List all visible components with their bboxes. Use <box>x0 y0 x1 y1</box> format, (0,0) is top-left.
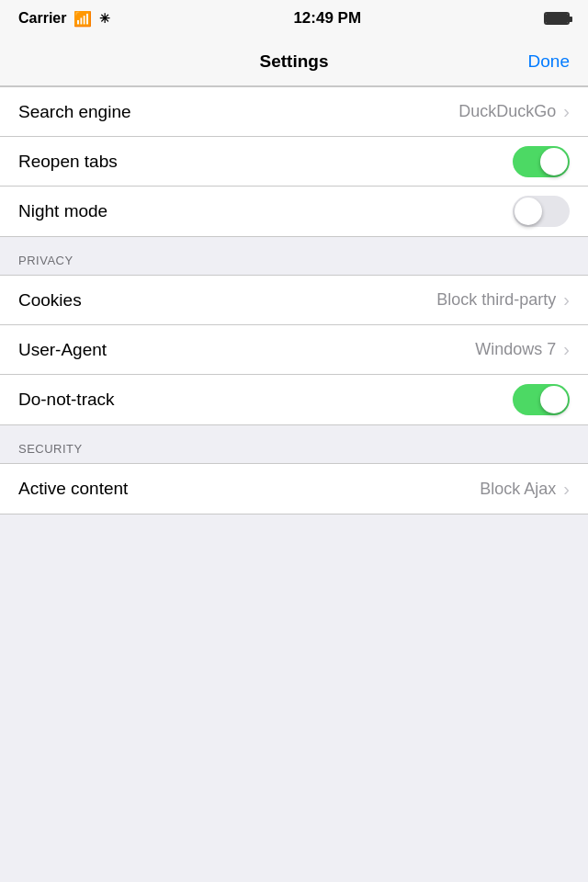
setting-value-text-active-content: Block Ajax <box>480 480 556 499</box>
setting-value-search-engine: DuckDuckGo› <box>458 101 570 122</box>
setting-label-do-not-track: Do-not-track <box>18 390 115 410</box>
carrier-label: Carrier <box>18 10 66 27</box>
activity-icon: ✳ <box>99 11 110 26</box>
setting-row-active-content[interactable]: Active contentBlock Ajax› <box>0 464 588 514</box>
section-group-general: Search engineDuckDuckGo›Reopen tabsNight… <box>0 86 588 237</box>
toggle-do-not-track[interactable] <box>513 384 570 415</box>
chevron-icon-cookies: › <box>563 289 570 311</box>
setting-value-text-user-agent: Windows 7 <box>475 340 556 359</box>
section-header-privacy: PRIVACY <box>0 237 588 275</box>
setting-value-user-agent: Windows 7› <box>475 339 570 360</box>
settings-sections: Search engineDuckDuckGo›Reopen tabsNight… <box>0 86 588 514</box>
toggle-knob-do-not-track <box>540 386 568 413</box>
setting-row-user-agent[interactable]: User-AgentWindows 7› <box>0 325 588 375</box>
setting-label-night-mode: Night mode <box>18 201 107 221</box>
setting-value-night-mode[interactable] <box>513 196 570 227</box>
status-time: 12:49 PM <box>293 9 361 28</box>
setting-value-reopen-tabs[interactable] <box>513 146 570 177</box>
page-title: Settings <box>260 51 329 72</box>
nav-bar: Settings Done <box>0 37 588 86</box>
chevron-icon-active-content: › <box>563 479 570 500</box>
toggle-reopen-tabs[interactable] <box>513 146 570 177</box>
setting-row-night-mode: Night mode <box>0 187 588 236</box>
setting-label-reopen-tabs: Reopen tabs <box>18 152 118 172</box>
wifi-icon: 📶 <box>74 10 92 28</box>
setting-value-cookies: Block third-party› <box>436 289 570 311</box>
section-group-privacy: CookiesBlock third-party›User-AgentWindo… <box>0 275 588 425</box>
toggle-knob-night-mode <box>514 198 542 225</box>
toggle-night-mode[interactable] <box>513 196 570 227</box>
setting-value-text-search-engine: DuckDuckGo <box>458 102 556 121</box>
setting-value-do-not-track[interactable] <box>513 384 570 415</box>
section-header-security: SECURITY <box>0 425 588 463</box>
status-right <box>544 12 570 25</box>
setting-label-search-engine: Search engine <box>18 102 131 122</box>
setting-label-cookies: Cookies <box>18 290 82 311</box>
chevron-icon-search-engine: › <box>563 101 570 122</box>
setting-row-do-not-track: Do-not-track <box>0 375 588 424</box>
status-bar: Carrier 📶 ✳ 12:49 PM <box>0 0 588 37</box>
battery-icon <box>544 12 570 25</box>
setting-row-search-engine[interactable]: Search engineDuckDuckGo› <box>0 87 588 137</box>
chevron-icon-user-agent: › <box>563 339 570 360</box>
toggle-knob-reopen-tabs <box>540 148 568 175</box>
setting-value-active-content: Block Ajax› <box>480 479 570 500</box>
done-button[interactable]: Done <box>528 51 570 72</box>
status-left: Carrier 📶 ✳ <box>18 10 110 28</box>
setting-row-cookies[interactable]: CookiesBlock third-party› <box>0 276 588 325</box>
setting-row-reopen-tabs: Reopen tabs <box>0 137 588 187</box>
setting-value-text-cookies: Block third-party <box>436 290 556 310</box>
section-group-security: Active contentBlock Ajax› <box>0 463 588 514</box>
setting-label-user-agent: User-Agent <box>18 340 107 360</box>
setting-label-active-content: Active content <box>18 479 128 499</box>
